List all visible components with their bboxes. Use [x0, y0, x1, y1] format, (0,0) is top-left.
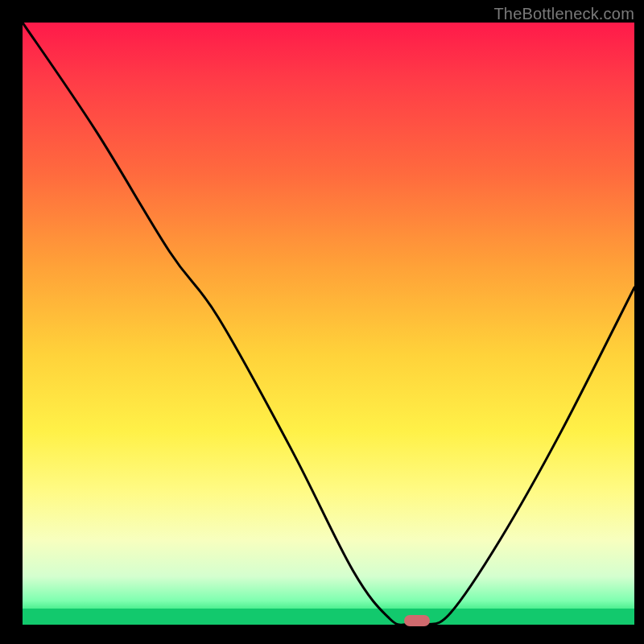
chart-frame: TheBottleneck.com [0, 0, 644, 644]
watermark-text: TheBottleneck.com [493, 5, 634, 23]
curve-svg [23, 23, 634, 625]
bottleneck-curve-path [23, 23, 634, 625]
plot-area [23, 23, 634, 625]
minimum-marker [404, 615, 430, 626]
